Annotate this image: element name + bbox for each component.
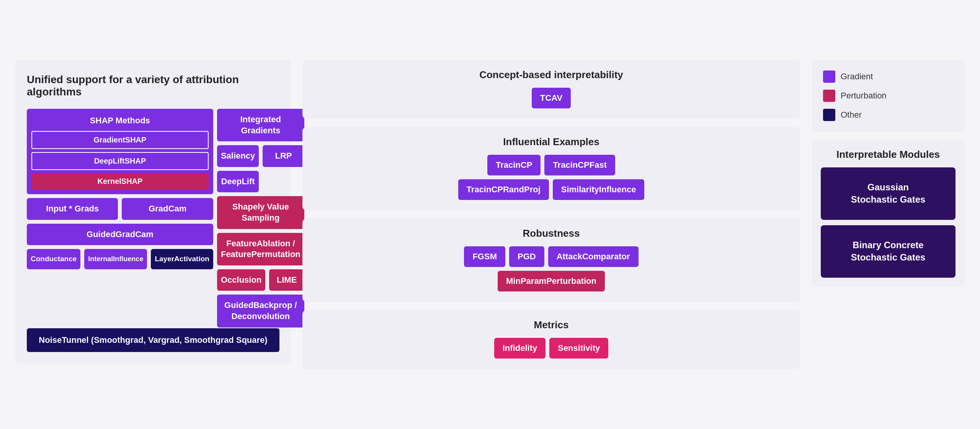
saliency: Saliency bbox=[217, 145, 259, 167]
robustness-row-2: MinParamPerturbation bbox=[498, 271, 605, 291]
tracin-cp-rand-proj: TracinCPRandProj bbox=[458, 179, 549, 200]
kernel-shap: KernelSHAP bbox=[31, 173, 209, 190]
infidelity: Infidelity bbox=[494, 338, 546, 359]
influential-items: TracinCP TracinCPFast TracinCPRandProj S… bbox=[312, 155, 791, 200]
input-grads: Input * Grads bbox=[27, 198, 118, 220]
layer-activation: LayerActivation bbox=[151, 249, 213, 269]
pgd: PGD bbox=[509, 246, 544, 267]
internal-influence: InternalInfluence bbox=[84, 249, 147, 269]
lime: LIME bbox=[269, 269, 304, 291]
feature-ablation: FeatureAblation /FeaturePermutation bbox=[217, 233, 304, 265]
min-param-perturbation: MinParamPerturbation bbox=[498, 271, 605, 291]
gaussian-stochastic-gates: GaussianStochastic Gates bbox=[821, 167, 956, 220]
influential-title: Influential Examples bbox=[312, 136, 791, 148]
occlusion: Occlusion bbox=[217, 269, 265, 291]
legend-box: Gradient Perturbation Other bbox=[812, 60, 965, 132]
similarity-influence: SimilarityInfluence bbox=[553, 179, 645, 200]
integrated-gradients: Integrated Gradients bbox=[217, 109, 304, 141]
tracin-cp-fast: TracinCPFast bbox=[544, 155, 615, 175]
legend-other: Other bbox=[823, 109, 953, 121]
gradient-shap: GradientSHAP bbox=[31, 131, 209, 149]
legend-gradient-color bbox=[823, 70, 835, 83]
tracin-cp: TracinCP bbox=[487, 155, 541, 175]
interpretable-modules-title: Interpretable Modules bbox=[821, 149, 956, 160]
influential-section: Influential Examples TracinCP TracinCPFa… bbox=[302, 127, 800, 211]
legend-other-label: Other bbox=[841, 110, 862, 120]
shapely-value-sampling: Shapely Value Sampling bbox=[217, 196, 304, 229]
legend-perturbation: Perturbation bbox=[823, 90, 953, 102]
right-container: Concept-based interpretability TCAV Infl… bbox=[302, 60, 965, 369]
shap-group: SHAP Methods GradientSHAP DeepLiftSHAP K… bbox=[27, 109, 213, 194]
bottom-row: Conductance InternalInfluence LayerActiv… bbox=[27, 249, 213, 269]
left-panel-title: Unified support for a variety of attribu… bbox=[27, 74, 279, 98]
metrics-items: Infidelity Sensitivity bbox=[312, 338, 791, 359]
concept-items: TCAV bbox=[312, 88, 791, 108]
shap-title: SHAP Methods bbox=[31, 113, 209, 128]
legend-gradient-label: Gradient bbox=[841, 72, 873, 82]
sensitivity: Sensitivity bbox=[549, 338, 608, 359]
concept-title: Concept-based interpretability bbox=[312, 69, 791, 81]
guided-backprop: GuidedBackprop / Deconvolution bbox=[217, 295, 304, 327]
col-right: Integrated Gradients Saliency LRP DeepLi… bbox=[217, 109, 304, 327]
metrics-section: Metrics Infidelity Sensitivity bbox=[302, 310, 800, 369]
lrp: LRP bbox=[263, 145, 304, 167]
robustness-items: FGSM PGD AttackComparator MinParamPertur… bbox=[312, 246, 791, 291]
input-grad-row: Input * Grads GradCam bbox=[27, 198, 213, 220]
binary-concrete-stochastic-gates: Binary ConcreteStochastic Gates bbox=[821, 225, 956, 278]
metrics-row-1: Infidelity Sensitivity bbox=[494, 338, 609, 359]
fgsm: FGSM bbox=[464, 246, 505, 267]
middle-panel: Concept-based interpretability TCAV Infl… bbox=[302, 60, 800, 369]
left-panel: Unified support for a variety of attribu… bbox=[15, 60, 291, 364]
conductance: Conductance bbox=[27, 249, 80, 269]
concept-section: Concept-based interpretability TCAV bbox=[302, 60, 800, 119]
influential-row-1: TracinCP TracinCPFast bbox=[487, 155, 615, 175]
interpretable-modules-box: Interpretable Modules GaussianStochastic… bbox=[812, 139, 965, 287]
deeplift: DeepLift bbox=[217, 171, 259, 193]
robustness-row-1: FGSM PGD AttackComparator bbox=[464, 246, 638, 267]
main-container: Unified support for a variety of attribu… bbox=[15, 60, 965, 369]
deeplift-shap: DeepLiftSHAP bbox=[31, 152, 209, 170]
legend-perturbation-color bbox=[823, 90, 835, 102]
noise-tunnel: NoiseTunnel (Smoothgrad, Vargrad, Smooth… bbox=[27, 328, 279, 352]
legend-other-color bbox=[823, 109, 835, 121]
attack-comparator: AttackComparator bbox=[548, 246, 639, 267]
occlusion-row: Occlusion LIME bbox=[217, 269, 304, 291]
saliency-row: Saliency LRP DeepLift bbox=[217, 145, 304, 192]
legend-gradient: Gradient bbox=[823, 70, 953, 83]
grad-cam: GradCam bbox=[122, 198, 213, 220]
robustness-section: Robustness FGSM PGD AttackComparator Min… bbox=[302, 218, 800, 302]
influential-row-2: TracinCPRandProj SimilarityInfluence bbox=[458, 179, 645, 200]
metrics-title: Metrics bbox=[312, 319, 791, 331]
far-right: Gradient Perturbation Other Interpretabl… bbox=[812, 60, 965, 287]
col-left: SHAP Methods GradientSHAP DeepLiftSHAP K… bbox=[27, 109, 213, 327]
attribution-grid: SHAP Methods GradientSHAP DeepLiftSHAP K… bbox=[27, 109, 279, 327]
tcav-tag: TCAV bbox=[532, 88, 571, 108]
legend-perturbation-label: Perturbation bbox=[841, 91, 887, 101]
guided-grad-cam: GuidedGradCam bbox=[27, 224, 213, 246]
robustness-title: Robustness bbox=[312, 228, 791, 239]
